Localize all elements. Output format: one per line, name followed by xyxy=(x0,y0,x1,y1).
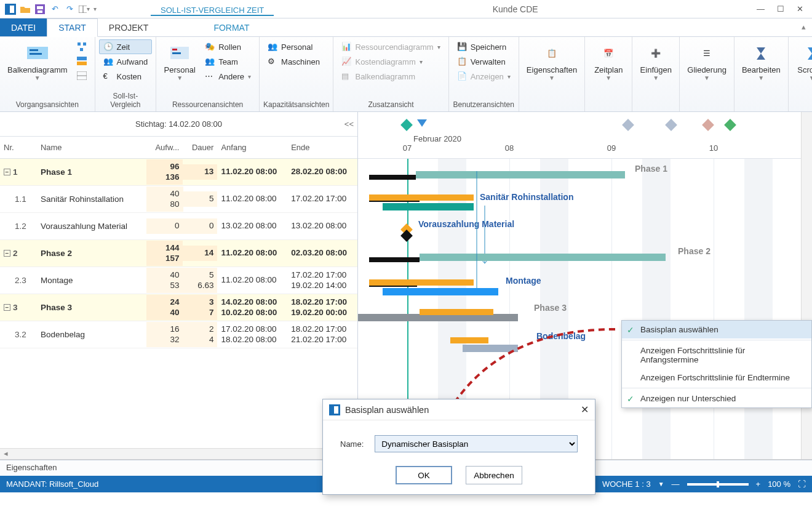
zusatz-res-button[interactable]: 📊Ressourcendiagramm xyxy=(337,39,444,54)
table-row[interactable]: −2Phase 21441571411.02.20 08:0002.03.20 … xyxy=(0,240,357,267)
eigenschaften-button[interactable]: 📋Eigenschaften▼ xyxy=(523,39,581,84)
montage-label: Montage xyxy=(506,276,541,286)
balkendiagramm-button[interactable]: Balkendiagramm ▼ xyxy=(4,39,71,84)
phase3-label: Phase 3 xyxy=(534,303,567,313)
group-kapazitaet-label: Kapazitätsansichten xyxy=(263,99,329,111)
group-ressourcen-label: Ressourcenansichten xyxy=(160,99,255,111)
andere-button[interactable]: ⋯Andere xyxy=(201,69,255,84)
table-row[interactable]: 3.2Bodenbelag16322417.02.20 08:0018.02.2… xyxy=(0,321,357,348)
dialog-close-button[interactable]: ✕ xyxy=(581,404,589,415)
save-icon[interactable] xyxy=(34,4,46,15)
zoom-label: 100 % xyxy=(768,479,790,489)
collapse-ribbon-icon[interactable]: ▴ xyxy=(795,18,812,36)
zoom-slider[interactable] xyxy=(687,483,749,486)
benutzer-speichern-button[interactable]: 💾Speichern xyxy=(453,39,515,54)
bodenbelag-label: Bodenbelag xyxy=(536,331,586,341)
svg-rect-19 xyxy=(172,49,177,50)
zeitplan-button[interactable]: 📅Zeitplan▼ xyxy=(589,39,628,84)
table-hscroll[interactable]: ◂▸ xyxy=(0,448,357,459)
einfuegen-button[interactable]: ➕Einfügen▼ xyxy=(636,39,675,84)
maximize-button[interactable]: ☐ xyxy=(777,4,784,14)
gantt-header: Februar 2020 07 08 09 10 xyxy=(358,112,812,159)
view2-icon[interactable] xyxy=(73,54,91,69)
col-ende[interactable]: Ende xyxy=(287,143,357,152)
col-nr[interactable]: Nr. xyxy=(0,143,37,152)
table-row[interactable]: 2.3Montage405356.6311.02.20 08:0017.02.2… xyxy=(0,267,357,294)
layout-icon[interactable] xyxy=(79,4,90,15)
col-name[interactable]: Name xyxy=(37,143,146,152)
week-dropdown-icon[interactable]: ▼ xyxy=(658,481,664,487)
table-row[interactable]: 1.2Vorauszahlung Material0013.02.20 08:0… xyxy=(0,213,357,240)
svg-rect-9 xyxy=(30,49,38,51)
benutzer-verwalten-button[interactable]: 📋Verwalten xyxy=(453,54,515,69)
ctx-fortschritt-ende[interactable]: Anzeigen Fortschrittslinie für Endtermin… xyxy=(622,369,811,387)
marker-icon xyxy=(724,119,736,131)
ctx-nur-unterschied[interactable]: ✓Anzeigen nur Unterschied xyxy=(622,390,811,407)
bearbeiten-button[interactable]: Bearbeiten▼ xyxy=(738,39,784,84)
close-button[interactable]: ✕ xyxy=(797,4,803,14)
tab-datei[interactable]: DATEI xyxy=(0,18,47,36)
qat-more-icon[interactable]: ▾ xyxy=(94,6,97,12)
dialog-ok-button[interactable]: OK xyxy=(396,466,452,484)
col-dauer[interactable]: Dauer xyxy=(183,143,217,152)
dialog-title-text: Basisplan auswählen xyxy=(345,405,429,415)
sb-icon-fit[interactable]: ⛶ xyxy=(798,479,806,489)
balkendiagramm-label: Balkendiagramm xyxy=(7,65,68,74)
sollist-kosten-button[interactable]: €Kosten xyxy=(99,69,153,84)
kap-maschinen-button[interactable]: ⚙Maschinen xyxy=(263,54,324,69)
team-button[interactable]: 👥Team xyxy=(201,54,255,69)
sollist-aufwand-button[interactable]: 👥Aufwand xyxy=(99,54,153,69)
rollen-button[interactable]: 🎭Rollen xyxy=(201,39,255,54)
benutzer-anzeigen-button[interactable]: 📄Anzeigen xyxy=(453,69,515,84)
quick-access-toolbar: ↶ ↷ ▾ xyxy=(0,4,102,15)
kap-personal-button[interactable]: 👥Personal xyxy=(263,39,324,54)
marker-icon xyxy=(665,119,677,131)
dialog-name-label: Name: xyxy=(340,439,364,449)
basisplan-select[interactable]: Dynamischer Basisplan xyxy=(375,435,578,452)
expander-icon[interactable]: − xyxy=(4,250,10,257)
col-anfang[interactable]: Anfang xyxy=(217,143,287,152)
collapse-pane-button[interactable]: << xyxy=(344,119,354,129)
ctx-fortschritt-anfang[interactable]: Anzeigen Fortschrittslinie für Anfangste… xyxy=(622,342,811,369)
svg-rect-25 xyxy=(331,406,334,414)
svg-rect-4 xyxy=(37,6,43,9)
tab-projekt[interactable]: PROJEKT xyxy=(98,18,160,36)
sollist-zeit-button[interactable]: 🕒Zeit xyxy=(99,39,153,54)
tab-start[interactable]: START xyxy=(47,18,98,37)
ctx-basisplan[interactable]: ✓Basisplan auswählen xyxy=(622,321,811,339)
zoom-in-button[interactable]: + xyxy=(756,479,761,489)
stichtag-label: Stichtag: 14.02.20 08:00 xyxy=(135,119,222,129)
dialog-cancel-button[interactable]: Abbrechen xyxy=(466,466,522,484)
vorauszahlung-label: Vorauszahlung Material xyxy=(418,219,514,229)
col-aufw[interactable]: Aufw... xyxy=(146,143,183,152)
svg-rect-13 xyxy=(80,48,83,51)
expander-icon[interactable]: − xyxy=(4,304,10,311)
zoom-out-button[interactable]: — xyxy=(672,479,680,489)
svg-rect-10 xyxy=(30,53,42,55)
contextual-tab-label[interactable]: SOLL-IST-VERGLEICH ZEIT xyxy=(151,2,274,16)
svg-rect-2 xyxy=(7,6,10,13)
zusatz-kost-button[interactable]: 📈Kostendiagramm xyxy=(337,54,444,69)
open-icon[interactable] xyxy=(20,4,31,15)
table-row[interactable]: −3Phase 324403714.02.20 08:0010.02.20 08… xyxy=(0,294,357,321)
marker-icon xyxy=(400,119,413,131)
table-row[interactable]: 1.1Sanitär Rohinstallation4080511.02.20 … xyxy=(0,186,357,213)
svg-rect-14 xyxy=(77,57,87,60)
tab-format[interactable]: FORMAT xyxy=(202,18,260,36)
scrollen-button[interactable]: Scrollen▼ xyxy=(792,39,812,84)
netzplan-icon[interactable] xyxy=(73,39,91,54)
personal-button[interactable]: Personal ▼ xyxy=(160,39,199,84)
view3-icon[interactable] xyxy=(73,69,91,84)
zusatz-balk-button[interactable]: ▤Balkendiagramm xyxy=(337,69,444,84)
minimize-button[interactable]: — xyxy=(757,4,765,14)
group-benutzer-label: Benutzeransichten xyxy=(453,99,515,111)
svg-rect-20 xyxy=(172,52,181,54)
redo-icon[interactable]: ↷ xyxy=(64,4,75,15)
expander-icon[interactable]: − xyxy=(4,169,10,175)
undo-icon[interactable]: ↶ xyxy=(49,4,60,15)
gliederung-button[interactable]: ☰Gliederung▼ xyxy=(683,39,730,84)
table-row[interactable]: −1Phase 1961361311.02.20 08:0028.02.20 0… xyxy=(0,159,357,186)
title-bar: ↶ ↷ ▾ SOLL-IST-VERGLEICH ZEIT Kunde CDE … xyxy=(0,0,812,18)
ribbon: Balkendiagramm ▼ Vorgangsansichten 🕒Zeit… xyxy=(0,37,812,112)
table-body: −1Phase 1961361311.02.20 08:0028.02.20 0… xyxy=(0,159,357,448)
